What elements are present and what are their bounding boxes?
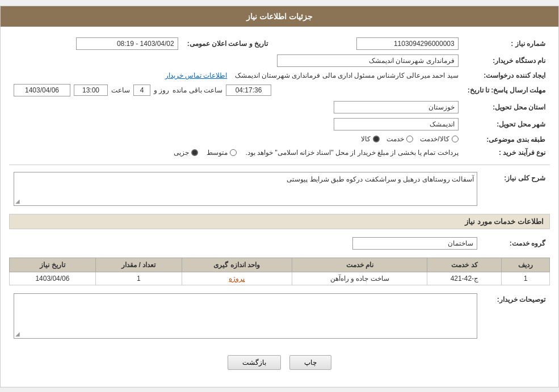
cell-radif: 1 [502,272,550,285]
radio-kala-khadamat-icon [452,136,459,142]
resize-icon: ◢ [15,198,20,204]
tabaqe-kala-khadamat: کالا/خدمت [420,135,458,143]
services-table: ردیف کد خدمت نام خدمت واحد اندازه گیری ت… [9,258,550,285]
th-name: نام خدمت [292,258,427,272]
buyer-desc-box: ◢ [14,293,477,339]
grooh-table: گروه خدمت: ساختمان [9,235,550,252]
nooe-desc-text: پرداخت تمام یا بخشی از مبلغ خریدار از مح… [245,149,458,157]
saat-label: ساعت [111,86,130,94]
shahr-value: اندیمشک [9,116,463,133]
radio-kala-icon [373,136,380,142]
tabaqe-khadamat: خدمت [386,135,413,143]
mohlat-label: مهلت ارسال پاسخ: تا تاریخ: [463,82,550,99]
sharh-text: آسفالت روستاهای درهبل و سراشکفت درکوه طب… [287,175,474,183]
shomara-niaz-value: 1103094296000003 [289,35,463,52]
print-button[interactable]: چاپ [289,355,331,370]
ostan-label: استان محل تحویل: [463,99,550,116]
sharh-value-cell: آسفالت روستاهای درهبل و سراشکفت درکوه طب… [9,170,482,208]
shahr-input: اندیمشک [334,118,459,130]
tarikh-input: 1403/04/02 - 08:19 [76,37,178,50]
sharh-box: آسفالت روستاهای درهبل و سراشکفت درکوه طب… [14,172,477,206]
shomara-niaz-input: 1103094296000003 [356,37,459,50]
purchase-type-group: پرداخت تمام یا بخشی از مبلغ خریدار از مح… [14,149,459,157]
ijad-konande-value: سید احمد میرعالی کارشناس مسئول اداری مال… [9,69,463,82]
shomara-niaz-label: شماره نیاز : [463,35,550,52]
radio-jozee-icon [191,149,198,156]
nooe-jozee: جزیی [174,149,198,157]
ostan-input: خوزستان [334,101,459,113]
cell-date: 1403/04/06 [10,272,96,285]
divider-1 [9,165,550,165]
tabaqe-kala-khadamat-label: کالا/خدمت [420,135,449,143]
th-code: کد خدمت [427,258,502,272]
tabaqe-kala: کالا [361,135,380,143]
tabaqe-radio-group: کالا/خدمت خدمت کالا [361,135,458,143]
ostan-value: خوزستان [9,99,463,116]
ijad-konande-text: سید احمد میرعالی کارشناس مسئول اداری مال… [235,71,459,79]
buyer-desc-label: توصیحات خریدار: [482,291,550,341]
tabaqe-khadamat-label: خدمت [386,135,404,143]
mohlat-mande-label: ساعت باقی مانده [173,86,222,94]
cell-name: ساخت جاده و راه‌آهن [292,272,427,285]
grooh-value-cell: ساختمان [9,235,482,252]
sharh-table: شرح کلی نیاز: آسفالت روستاهای درهبل و سر… [9,170,550,208]
mohlat-rooz-input: 4 [133,85,150,96]
tabaqe-row: کالا/خدمت خدمت کالا [9,133,463,146]
cell-unit: پروژه [182,272,292,285]
mohlat-saat-input: 13:00 [74,85,108,96]
tarikh-value: 1403/04/02 - 08:19 [9,35,183,52]
nooe-farayand-row: پرداخت تمام یا بخشی از مبلغ خریدار از مح… [9,146,463,159]
nam-dastgah-label: نام دستگاه خریدار: [463,52,550,69]
radio-motavaset-icon [230,149,237,156]
nooe-farayand-label: نوع فرآیند خرید : [463,146,550,159]
nam-dastgah-input: فرمانداری شهرستان اندیمشک [277,54,459,67]
nooe-motavaset-label: متوسط [207,149,228,157]
nooe-jozee-label: جزیی [174,149,189,157]
th-unit: واحد اندازه گیری [182,258,292,272]
tarikh-label: تاریخ و ساعت اعلان عمومی: [183,35,272,52]
contact-link[interactable]: اطلاعات تماس خریدار [165,71,228,79]
page-header: جزئیات اطلاعات نیاز [1,6,558,27]
buyer-desc-value-cell: ◢ [9,291,482,341]
rooz-label: روز و [154,86,169,94]
buttons-row: چاپ بازگشت [9,347,550,378]
services-section-title: اطلاعات خدمات مورد نیاز [9,214,550,229]
page-title: جزئیات اطلاعات نیاز [246,12,313,21]
content-area: شماره نیاز : 1103094296000003 تاریخ و سا… [1,27,558,387]
tabaqe-label: طبقه بندی موضوعی: [463,133,550,146]
cell-code: ج-42-421 [427,272,502,285]
sharh-label: شرح کلی نیاز: [482,170,550,208]
table-row: 1 ج-42-421 ساخت جاده و راه‌آهن پروژه 1 1… [10,272,550,285]
mohlat-mande-input: 04:17:36 [226,85,271,96]
ijad-konande-label: ایجاد کننده درخواست: [463,69,550,82]
grooh-input: ساختمان [352,237,477,250]
tabaqe-kala-label: کالا [361,135,371,143]
nam-dastgah-value: فرمانداری شهرستان اندیمشک [9,52,463,69]
th-date: تاریخ نیاز [10,258,96,272]
basic-info-table: شماره نیاز : 1103094296000003 تاریخ و سا… [9,35,550,159]
page-container: جزئیات اطلاعات نیاز شماره نیاز : 1103094… [0,6,559,387]
cell-quantity: 1 [95,272,182,285]
nooe-motavaset: متوسط [207,149,237,157]
mohlat-date-input: 1403/04/06 [14,84,70,96]
buyer-resize-icon: ◢ [15,331,20,337]
back-button[interactable]: بازگشت [228,355,281,370]
mohlat-row: 04:17:36 ساعت باقی مانده روز و 4 ساعت 13… [9,82,463,99]
grooh-label: گروه خدمت: [482,235,550,252]
radio-khadamat-icon [406,136,413,142]
buyer-desc-table: توصیحات خریدار: ◢ [9,291,550,341]
th-radif: ردیف [502,258,550,272]
th-quantity: تعداد / مقدار [95,258,182,272]
shahr-label: شهر محل تحویل: [463,116,550,133]
